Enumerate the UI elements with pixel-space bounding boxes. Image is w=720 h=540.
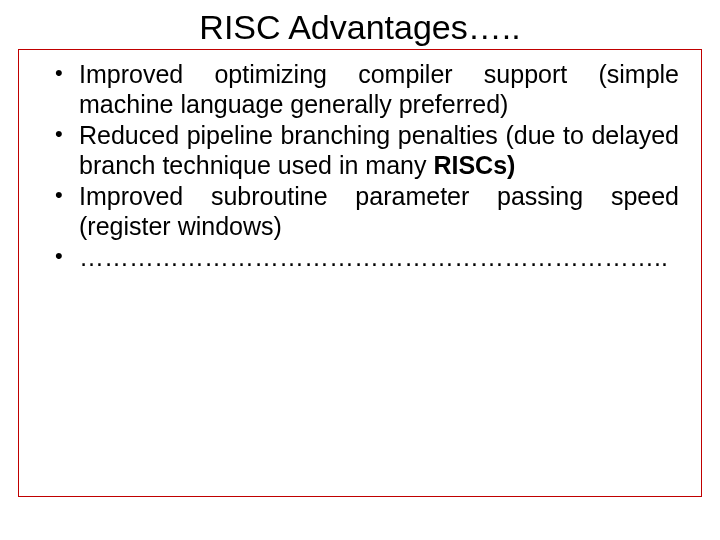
list-item: Improved optimizing compiler support (si… [51, 60, 679, 119]
bullet-text: Improved optimizing compiler support (si… [79, 60, 679, 118]
bullet-list: Improved optimizing compiler support (si… [51, 60, 679, 273]
list-item: Improved subroutine parameter passing sp… [51, 182, 679, 241]
slide: RISC Advantages….. Improved optimizing c… [0, 0, 720, 540]
list-item: …………………………………………………………….. [51, 243, 679, 273]
content-box: Improved optimizing compiler support (si… [18, 49, 702, 497]
bullet-text: Improved subroutine parameter passing sp… [79, 182, 679, 240]
bullet-bold: RISCs) [433, 151, 515, 179]
bullet-text: Reduced pipeline branching penalties (du… [79, 121, 679, 179]
list-item: Reduced pipeline branching penalties (du… [51, 121, 679, 180]
bullet-text: …………………………………………………………….. [79, 243, 668, 271]
slide-title: RISC Advantages….. [0, 0, 720, 49]
